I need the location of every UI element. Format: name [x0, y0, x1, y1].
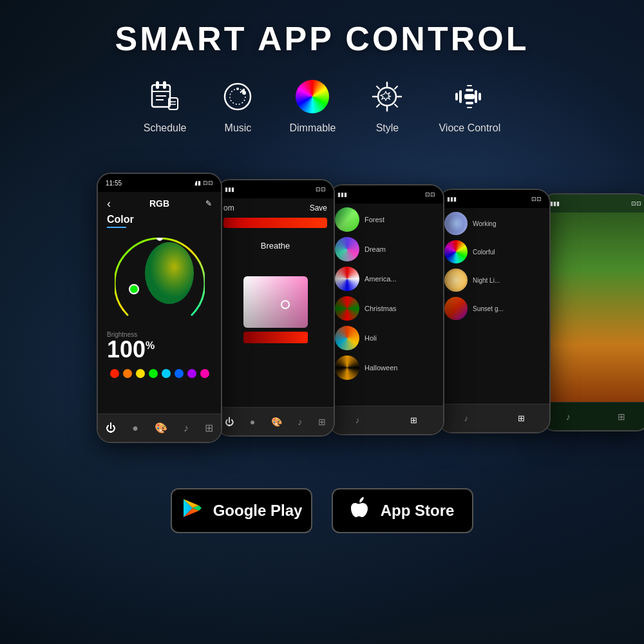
svg-rect-30	[478, 93, 481, 100]
dimmable-label: Dimmable	[289, 122, 336, 134]
svg-rect-26	[467, 107, 472, 108]
phone-3: ▮▮▮ ⊡⊡ Forest Dream America...	[328, 184, 444, 435]
svg-point-33	[145, 242, 194, 304]
phone-4: ▮▮▮ ⊡⊡ Working Colorful	[438, 189, 551, 433]
svg-line-19	[395, 104, 397, 107]
google-play-button[interactable]: Google Play	[171, 488, 312, 533]
page-content: SMART APP CONTROL Schedule	[0, 0, 644, 644]
feature-schedule: Schedule	[144, 77, 187, 134]
style-label: Style	[376, 122, 399, 134]
svg-point-31	[156, 238, 163, 241]
dimmable-icon	[293, 77, 332, 116]
svg-rect-28	[459, 90, 462, 103]
feature-style: Style	[368, 77, 406, 134]
schedule-label: Schedule	[144, 122, 187, 134]
svg-line-20	[395, 86, 397, 89]
phone-main: 11:55 ▮▮▮ ⊡⊡ ‹ RGB ✎ Color	[97, 173, 222, 443]
color-dots-row	[107, 369, 212, 378]
style-icon	[368, 77, 406, 116]
color-dot-orange[interactable]	[123, 369, 132, 378]
voice-label: Vioce Control	[439, 122, 500, 134]
phone-2: ▮▮▮ ⊡⊡ om Save Breathe	[216, 179, 335, 437]
svg-line-18	[377, 86, 379, 89]
color-dot-blue[interactable]	[175, 369, 184, 378]
color-dot-purple[interactable]	[187, 369, 196, 378]
phone-notch	[122, 174, 196, 188]
svg-rect-23	[466, 89, 473, 91]
page-title: SMART APP CONTROL	[115, 19, 529, 58]
svg-line-21	[377, 104, 379, 107]
app-store-button[interactable]: App Store	[332, 488, 473, 533]
feature-dimmable: Dimmable	[289, 77, 336, 134]
color-dot-red[interactable]	[110, 369, 119, 378]
music-label: Music	[225, 122, 252, 134]
google-play-icon	[181, 497, 204, 525]
svg-point-32	[129, 285, 138, 294]
svg-rect-1	[156, 81, 159, 89]
apple-icon	[351, 497, 372, 525]
svg-rect-22	[467, 85, 472, 86]
app-store-label: App Store	[381, 502, 455, 520]
store-buttons: Google Play App Store	[171, 488, 473, 533]
feature-music: Music	[218, 77, 257, 134]
feature-voice: Vioce Control	[439, 77, 500, 134]
svg-rect-27	[455, 93, 458, 100]
music-icon	[218, 77, 257, 116]
color-dot-pink[interactable]	[200, 369, 209, 378]
color-dot-yellow[interactable]	[136, 369, 145, 378]
svg-rect-29	[475, 90, 477, 103]
features-row: Schedule Music Dimmable	[144, 77, 501, 134]
color-dot-green[interactable]	[149, 369, 158, 378]
svg-rect-25	[466, 102, 473, 104]
phone-5: ▮▮▮ ⊡⊡ ♪ ⊞	[541, 193, 644, 431]
svg-point-13	[378, 88, 396, 106]
phones-section: ▮▮▮ ⊡⊡ ♪ ⊞ ▮▮▮ ⊡⊡	[64, 153, 580, 469]
svg-point-12	[242, 91, 246, 95]
color-dot-cyan[interactable]	[162, 369, 171, 378]
svg-rect-24	[464, 94, 475, 99]
svg-rect-2	[163, 81, 166, 89]
schedule-icon	[146, 77, 184, 116]
svg-point-11	[236, 88, 239, 90]
google-play-label: Google Play	[213, 502, 303, 520]
voice-icon	[450, 77, 489, 116]
